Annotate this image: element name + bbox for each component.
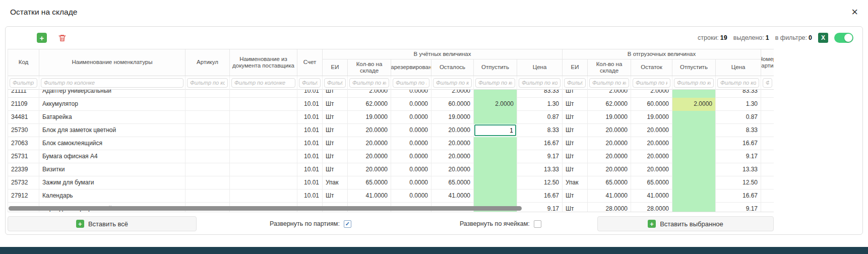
- cell-price[interactable]: 12.50: [517, 176, 563, 189]
- cell-code[interactable]: 21111: [8, 90, 39, 98]
- cell-unit2[interactable]: Шт: [563, 163, 588, 176]
- cell-left2[interactable]: 60.0000: [631, 98, 672, 111]
- cell-price2[interactable]: 16.67: [716, 137, 761, 150]
- export-excel-button[interactable]: X: [818, 33, 828, 43]
- cell-price2[interactable]: 9.17: [716, 150, 761, 163]
- cell-unit2[interactable]: Шт: [563, 150, 588, 163]
- column-header[interactable]: Осталось: [431, 59, 474, 76]
- cell-account[interactable]: 10.01: [297, 98, 323, 111]
- column-header[interactable]: Артикул: [185, 49, 230, 76]
- cell-name[interactable]: Блок самоклеящийся: [39, 137, 185, 150]
- cell-price[interactable]: 1.30: [517, 98, 563, 111]
- cell-qty2[interactable]: 20.0000: [588, 137, 631, 150]
- cell-unit2[interactable]: Шт: [563, 90, 588, 98]
- cell-account[interactable]: 10.01: [297, 189, 323, 203]
- cell-left2[interactable]: 20.0000: [631, 150, 672, 163]
- cell-reserved[interactable]: 0.0000: [391, 98, 431, 111]
- column-header[interactable]: Отпустить: [672, 59, 716, 76]
- cell-qty[interactable]: 20.0000: [348, 124, 391, 137]
- cell-article[interactable]: [185, 189, 230, 203]
- cell-code[interactable]: 25730: [8, 124, 39, 137]
- cell-code[interactable]: 25731: [8, 150, 39, 163]
- cell-out[interactable]: [474, 176, 517, 189]
- cell-unit2[interactable]: Шт: [563, 98, 588, 111]
- cell-supplier_name[interactable]: [230, 176, 297, 189]
- cell-qty[interactable]: 62.0000: [348, 98, 391, 111]
- cell-unit[interactable]: Шт: [323, 124, 348, 137]
- cell-qty2[interactable]: 20.0000: [588, 163, 631, 176]
- cell-name[interactable]: Зажим для бумаги: [39, 176, 185, 189]
- cell-article[interactable]: [185, 150, 230, 163]
- cell-left[interactable]: 65.0000: [431, 176, 474, 189]
- cell-price2[interactable]: 1.30: [716, 98, 761, 111]
- cell-price2[interactable]: 0.87: [716, 111, 761, 124]
- column-filter-input[interactable]: [475, 78, 515, 88]
- column-header[interactable]: Цена: [716, 59, 761, 76]
- cell-batch[interactable]: [761, 111, 774, 124]
- cell-out[interactable]: [474, 150, 517, 163]
- cell-out[interactable]: 2.0000: [474, 98, 517, 111]
- cell-qty2[interactable]: 20.0000: [588, 124, 631, 137]
- column-header[interactable]: Остаток: [631, 59, 672, 76]
- cell-out[interactable]: [474, 189, 517, 203]
- cell-unit[interactable]: Шт: [323, 163, 348, 176]
- cell-out2[interactable]: [672, 163, 716, 176]
- cell-batch[interactable]: [761, 163, 774, 176]
- cell-reserved[interactable]: 0.0000: [391, 137, 431, 150]
- column-header[interactable]: Зарезервировано: [391, 59, 431, 76]
- column-header[interactable]: Цена: [517, 59, 563, 76]
- cell-unit2[interactable]: Упак: [563, 176, 588, 189]
- cell-article[interactable]: [185, 90, 230, 98]
- cell-account[interactable]: 10.01: [297, 90, 323, 98]
- column-filter-input[interactable]: [717, 78, 759, 88]
- cell-name[interactable]: Календарь: [39, 189, 185, 203]
- column-filter-input[interactable]: [231, 78, 295, 88]
- cell-batch[interactable]: [761, 137, 774, 150]
- cell-qty2[interactable]: 19.0000: [588, 111, 631, 124]
- cell-name[interactable]: Визитки: [39, 163, 185, 176]
- cell-price2[interactable]: 8.33: [716, 124, 761, 137]
- cell-qty[interactable]: 65.0000: [348, 176, 391, 189]
- cell-unit[interactable]: Шт: [323, 189, 348, 203]
- column-filter-input[interactable]: [187, 78, 228, 88]
- cell-reserved[interactable]: 0.0000: [391, 124, 431, 137]
- cell-out2[interactable]: [672, 137, 716, 150]
- column-header[interactable]: Кол-во на складе: [588, 59, 631, 76]
- cell-unit[interactable]: Шт: [323, 90, 348, 98]
- cell-code[interactable]: 21109: [8, 98, 39, 111]
- cell-price2[interactable]: 16.67: [716, 189, 761, 203]
- cell-out2[interactable]: [672, 90, 716, 98]
- delete-row-button[interactable]: [57, 33, 67, 43]
- cell-left[interactable]: 20.0000: [431, 150, 474, 163]
- cell-out[interactable]: [474, 111, 517, 124]
- cell-reserved[interactable]: 0.0000: [391, 189, 431, 203]
- cell-unit[interactable]: Шт: [323, 150, 348, 163]
- cell-supplier_name[interactable]: [230, 137, 297, 150]
- column-header[interactable]: Код: [8, 49, 39, 76]
- cell-article[interactable]: [185, 111, 230, 124]
- cell-out[interactable]: [474, 137, 517, 150]
- cell-supplier_name[interactable]: [230, 111, 297, 124]
- cell-code[interactable]: 34481: [8, 111, 39, 124]
- cell-qty[interactable]: 20.0000: [348, 163, 391, 176]
- cell-batch[interactable]: [761, 189, 774, 203]
- cell-supplier_name[interactable]: [230, 98, 297, 111]
- cell-account[interactable]: 10.01: [297, 150, 323, 163]
- cell-price[interactable]: 9.17: [517, 150, 563, 163]
- column-filter-input[interactable]: [10, 78, 37, 88]
- cell-code[interactable]: 22339: [8, 163, 39, 176]
- cell-batch[interactable]: [761, 98, 774, 111]
- cell-supplier_name[interactable]: [230, 90, 297, 98]
- column-filter-input[interactable]: [674, 78, 714, 88]
- insert-selected-button[interactable]: + Вставить выбранное: [597, 216, 774, 231]
- cell-code[interactable]: 27912: [8, 189, 39, 203]
- cell-left[interactable]: 20.0000: [431, 124, 474, 137]
- cell-name[interactable]: Бумага офисная А4: [39, 150, 185, 163]
- column-filter-input[interactable]: [349, 78, 389, 88]
- column-filter-input[interactable]: [519, 78, 561, 88]
- cell-reserved[interactable]: 0.0000: [391, 111, 431, 124]
- cell-price[interactable]: 16.67: [517, 137, 563, 150]
- cell-article[interactable]: [185, 124, 230, 137]
- cell-qty2[interactable]: 62.0000: [588, 98, 631, 111]
- cell-reserved[interactable]: 0.0000: [391, 176, 431, 189]
